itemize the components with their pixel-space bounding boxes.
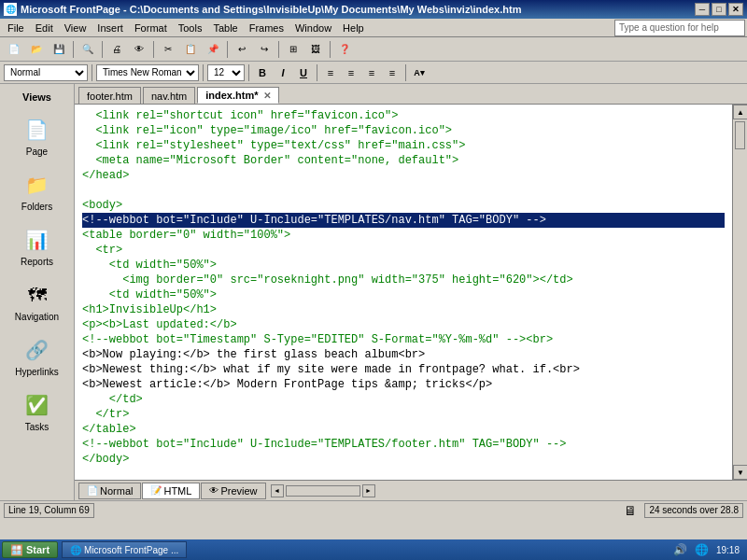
code-line[interactable]: <td width="50%"> [82, 258, 725, 273]
format-toolbar: Normal Times New Roman 12 B I U ≡ ≡ ≡ ≡ … [0, 62, 747, 84]
code-line[interactable] [82, 467, 725, 480]
help-btn[interactable]: ❓ [334, 40, 355, 59]
font-dropdown[interactable]: Times New Roman [96, 64, 199, 81]
scroll-down-btn[interactable]: ▼ [733, 465, 747, 480]
code-line[interactable]: <meta name="Microsoft Border" content="n… [82, 153, 725, 168]
folders-label: Folders [21, 202, 52, 212]
redo-btn[interactable]: ↪ [254, 40, 275, 59]
bold-btn[interactable]: B [253, 64, 272, 81]
code-line[interactable]: <img border="0" src="roseknight.png" wid… [82, 273, 725, 287]
help-input[interactable]: Type a question for help [614, 20, 745, 36]
status-left: Line 19, Column 69 [4, 503, 94, 518]
menu-window[interactable]: Window [289, 21, 337, 35]
menu-help[interactable]: Help [337, 21, 370, 35]
search-btn[interactable]: 🔍 [78, 40, 98, 59]
code-line[interactable]: <tr> [82, 243, 725, 258]
new-btn[interactable]: 📄 [4, 40, 24, 59]
code-line[interactable]: <h1>InvisibleUp</h1> [82, 302, 725, 317]
menu-frames[interactable]: Frames [244, 21, 289, 35]
h-scroll-track[interactable] [286, 485, 360, 497]
main-toolbar: 📄 📂 💾 🔍 🖨 👁 ✂ 📋 📌 ↩ ↪ ⊞ 🖼 ❓ [0, 37, 747, 62]
code-line[interactable]: </head> [82, 168, 725, 183]
fontcolor-btn[interactable]: A▾ [410, 64, 429, 81]
scrollbar[interactable]: ▲ ▼ [732, 105, 747, 480]
menu-file[interactable]: File [2, 21, 30, 35]
sidebar-item-folders[interactable]: 📁 Folders [6, 165, 69, 217]
reports-label: Reports [21, 257, 53, 267]
tab-nav[interactable]: nav.htm [143, 87, 195, 104]
fsep5 [405, 64, 406, 81]
menu-table[interactable]: Table [207, 21, 243, 35]
preview-btn[interactable]: 👁 [129, 40, 149, 59]
table-btn[interactable]: ⊞ [283, 40, 303, 59]
paste-btn[interactable]: 📌 [203, 40, 223, 59]
align-right-btn[interactable]: ≡ [362, 64, 381, 81]
scroll-left-btn[interactable]: ◄ [271, 484, 284, 497]
folders-icon: 📁 [22, 170, 52, 200]
maximize-button[interactable]: □ [712, 3, 726, 16]
close-button[interactable]: ✕ [728, 3, 743, 16]
start-button[interactable]: 🪟 Start [2, 541, 58, 558]
sidebar-item-navigation[interactable]: 🗺 Navigation [6, 275, 69, 327]
menu-format[interactable]: Format [129, 21, 173, 35]
scroll-right-btn[interactable]: ► [362, 484, 375, 497]
code-line[interactable]: <table border="0" width="100%"> [82, 228, 725, 243]
code-line[interactable]: <b>Now playing:</b> the first glass beac… [82, 347, 725, 362]
undo-btn[interactable]: ↩ [232, 40, 252, 59]
save-btn[interactable]: 💾 [49, 40, 69, 59]
menu-tools[interactable]: Tools [173, 21, 208, 35]
code-line[interactable]: <b>Newest article:</b> Modern FrontPage … [82, 377, 725, 392]
sidebar-item-reports[interactable]: 📊 Reports [6, 220, 69, 272]
taskbar-frontpage[interactable]: 🌐 Microsoft FrontPage ... [62, 541, 187, 558]
start-label: Start [26, 544, 49, 555]
cut-btn[interactable]: ✂ [158, 40, 178, 59]
code-line[interactable]: <b>Newest thing:</b> what if my site wer… [82, 362, 725, 377]
fontsize-dropdown[interactable]: 12 [207, 64, 245, 81]
tab-footer[interactable]: footer.htm [78, 87, 141, 104]
code-line[interactable]: <body> [82, 198, 725, 213]
tab-close-icon[interactable]: ✕ [263, 91, 271, 101]
code-line[interactable]: </tr> [82, 407, 725, 422]
minimize-button[interactable]: ─ [695, 3, 710, 16]
code-line[interactable]: </table> [82, 422, 725, 437]
img-btn[interactable]: 🖼 [305, 40, 326, 59]
tab-normal[interactable]: 📄 Normal [78, 483, 141, 499]
code-line[interactable] [82, 183, 725, 198]
underline-btn[interactable]: U [294, 64, 313, 81]
sidebar-item-page[interactable]: 📄 Page [6, 110, 69, 161]
print-btn[interactable]: 🖨 [106, 40, 127, 59]
tab-index[interactable]: index.htm* ✕ [197, 87, 279, 104]
code-line[interactable]: <!--webbot bot="Timestamp" S-Type="EDITE… [82, 332, 725, 347]
preview-tab-label: Preview [220, 485, 257, 497]
code-editor[interactable]: <link rel="shortcut icon" href="favicon.… [75, 105, 732, 480]
tab-preview[interactable]: 👁 Preview [201, 483, 265, 499]
code-line[interactable]: </body> [82, 452, 725, 467]
sidebar-item-hyperlinks[interactable]: 🔗 Hyperlinks [6, 330, 69, 382]
sidebar-item-tasks[interactable]: ✅ Tasks [6, 385, 69, 437]
code-line[interactable]: <link rel="shortcut icon" href="favicon.… [82, 108, 725, 123]
code-line[interactable]: <td width="50%"> [82, 287, 725, 302]
code-line[interactable]: <p><b>Last updated:</b> [82, 317, 725, 332]
scroll-up-btn[interactable]: ▲ [733, 105, 747, 119]
align-justify-btn[interactable]: ≡ [383, 64, 402, 81]
h-scrollbar: ◄ ► [271, 484, 375, 497]
menu-view[interactable]: View [59, 21, 92, 35]
scroll-thumb[interactable] [735, 121, 745, 149]
menu-edit[interactable]: Edit [30, 21, 59, 35]
taskbar-tray: 🔊 🌐 19:18 [668, 543, 745, 556]
open-btn[interactable]: 📂 [26, 40, 47, 59]
copy-btn[interactable]: 📋 [180, 40, 201, 59]
code-line[interactable]: <link rel="icon" type="image/ico" href="… [82, 123, 725, 138]
tab-html[interactable]: 📝 HTML [142, 483, 200, 499]
style-dropdown[interactable]: Normal [4, 64, 88, 81]
menu-insert[interactable]: Insert [92, 21, 129, 35]
code-line[interactable]: <!--webbot bot="Include" U-Include="TEMP… [82, 213, 725, 228]
sep5 [278, 41, 279, 58]
taskbar-window-label: Microsoft FrontPage ... [84, 545, 178, 555]
code-line[interactable]: <!--webbot bot="Include" U-Include="TEMP… [82, 437, 725, 452]
italic-btn[interactable]: I [274, 64, 292, 81]
code-line[interactable]: </td> [82, 392, 725, 407]
align-center-btn[interactable]: ≡ [342, 64, 360, 81]
code-line[interactable]: <link rel="stylesheet" type="text/css" h… [82, 138, 725, 153]
align-left-btn[interactable]: ≡ [321, 64, 340, 81]
